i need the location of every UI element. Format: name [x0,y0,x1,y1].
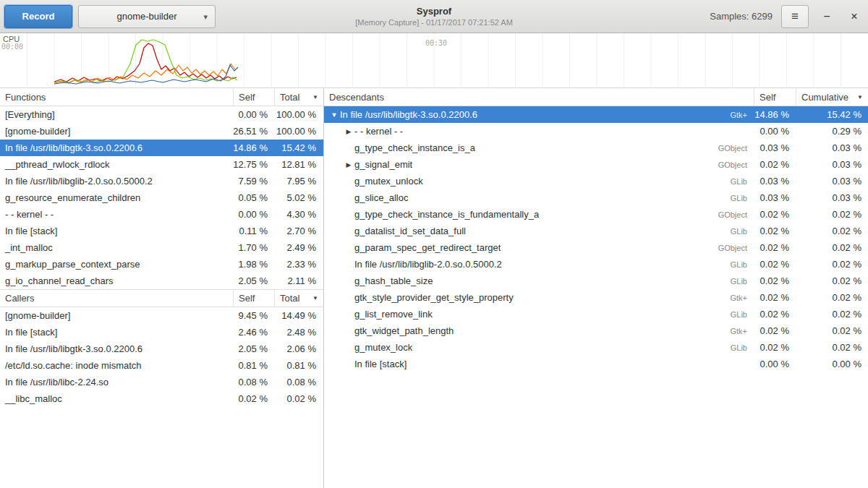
functions-self-column-header[interactable]: Self [233,88,274,106]
library-badge: GLib [731,194,754,202]
total-percent: 2.11 % [274,275,323,286]
descendant-row[interactable]: In file /usr/lib/libglib-2.0.so.0.5000.2… [324,256,868,273]
window-title: Sysprof [355,5,513,17]
title-area: Sysprof [Memory Capture] - 01/17/2017 07… [355,5,513,27]
descendant-row[interactable]: gtk_style_provider_get_style_property Gt… [324,289,868,306]
cumulative-percent: 0.03 % [796,159,868,170]
sort-descending-icon: ▼ [312,295,318,301]
descendant-name: g_list_remove_link [354,309,433,320]
descendant-name-cell: g_datalist_id_set_data_full GLib [324,226,754,236]
close-button[interactable]: × [845,6,864,27]
total-percent: 15.42 % [274,142,323,153]
descendant-row[interactable]: gtk_widget_path_length Gtk+ 0.02 % 0.02 … [324,322,868,339]
function-name: In file [stack] [0,327,233,338]
descendant-row[interactable]: g_datalist_id_set_data_full GLib 0.02 % … [324,223,868,239]
expander-icon[interactable]: ▼ [328,111,340,119]
time-label-start: 00:00 [1,43,23,51]
descendant-row[interactable]: g_list_remove_link GLib 0.02 % 0.02 % [324,306,868,322]
descendant-name-cell: In file /usr/lib/libglib-2.0.so.0.5000.2… [324,259,754,270]
table-row[interactable]: g_io_channel_read_chars 2.05 % 2.11 % [0,273,323,289]
total-percent: 7.95 % [274,176,323,187]
table-row[interactable]: In file [stack] 2.46 % 2.48 % [0,324,323,341]
descendant-row[interactable]: g_hash_table_size GLib 0.02 % 0.02 % [324,273,868,289]
descendant-name-cell: ▶ g_signal_emit GObject [324,159,754,170]
descendant-name-cell: ▼ In file /usr/lib/libgtk-3.so.0.2200.6 … [324,109,754,120]
cumulative-percent: 0.29 % [796,126,868,137]
descendant-name: In file /usr/lib/libgtk-3.so.0.2200.6 [340,109,477,120]
cumulative-percent: 0.02 % [796,325,868,336]
self-percent: 2.05 % [233,343,274,354]
table-row[interactable]: g_resource_enumerate_children 0.05 % 5.0… [0,189,323,206]
self-percent: 0.11 % [233,226,274,236]
self-percent: 26.51 % [233,126,274,137]
descendant-row[interactable]: ▶ g_signal_emit GObject 0.02 % 0.03 % [324,156,868,173]
total-percent: 5.02 % [274,192,323,203]
library-badge: GLib [731,310,754,319]
table-row[interactable]: [Everything] 0.00 % 100.00 % [0,106,323,123]
functions-table: [Everything] 0.00 % 100.00 % [gnome-buil… [0,106,323,289]
function-name: In file /usr/lib/libgtk-3.so.0.2200.6 [0,142,233,153]
descendant-row[interactable]: g_type_check_instance_is_a GObject 0.03 … [324,140,868,156]
descendant-row[interactable]: g_param_spec_get_redirect_target GObject… [324,239,868,256]
table-row[interactable]: __libc_malloc 0.02 % 0.02 % [0,390,323,407]
self-percent: 2.46 % [233,327,274,338]
functions-total-column-header[interactable]: Total ▼ [274,88,323,106]
table-row[interactable]: [gnome-builder] 26.51 % 100.00 % [0,123,323,140]
window-subtitle: [Memory Capture] - 01/17/2017 07:21:52 A… [355,17,513,27]
table-row[interactable]: __pthread_rwlock_rdlock 12.75 % 12.81 % [0,156,323,173]
descendant-row[interactable]: ▼ In file /usr/lib/libgtk-3.so.0.2200.6 … [324,106,868,123]
descendant-row[interactable]: g_type_check_instance_is_fundamentally_a… [324,206,868,223]
descendant-name: g_mutex_lock [354,342,412,353]
descendant-name: In file /usr/lib/libglib-2.0.so.0.5000.2 [354,259,502,270]
cumulative-percent: 0.02 % [796,226,868,236]
self-percent: 0.02 % [754,259,796,270]
callers-self-column-header[interactable]: Self [233,290,274,307]
descendants-cumulative-column-header[interactable]: Cumulative ▼ [796,88,868,106]
self-percent: 1.98 % [233,259,274,270]
expander-icon[interactable]: ▶ [343,161,354,168]
descendant-row[interactable]: g_mutex_unlock GLib 0.03 % 0.03 % [324,173,868,189]
table-row[interactable]: In file [stack] 0.11 % 2.70 % [0,223,323,239]
descendant-name-cell: g_type_check_instance_is_a GObject [324,142,754,153]
table-row[interactable]: In file /usr/lib/libgtk-3.so.0.2200.6 2.… [0,341,323,357]
minimize-button[interactable]: − [817,6,836,27]
descendant-row[interactable]: g_slice_alloc GLib 0.03 % 0.03 % [324,189,868,206]
cumulative-percent: 15.42 % [796,109,868,120]
callers-column-header[interactable]: Callers [0,290,233,307]
descendant-row[interactable]: g_mutex_lock GLib 0.02 % 0.02 % [324,339,868,356]
total-percent: 0.81 % [274,360,323,371]
table-row[interactable]: _int_malloc 1.70 % 2.49 % [0,239,323,256]
functions-column-header[interactable]: Functions [0,88,233,106]
self-percent: 14.86 % [754,109,796,120]
table-row[interactable]: /etc/ld.so.cache: inode mismatch 0.81 % … [0,357,323,374]
callers-total-column-header[interactable]: Total ▼ [274,290,323,307]
library-badge: GObject [718,210,754,219]
library-badge: GLib [731,277,754,286]
descendants-panel: Descendants Self Cumulative ▼ ▼ In file … [324,88,868,488]
record-button[interactable]: Record [4,5,72,28]
table-row[interactable]: In file /usr/lib/libglib-2.0.so.0.5000.2… [0,173,323,189]
self-percent: 0.02 % [754,275,796,286]
descendants-self-column-header[interactable]: Self [754,88,796,106]
expander-icon[interactable]: ▶ [343,128,354,135]
self-percent: 0.03 % [754,142,796,153]
descendant-name-cell: g_hash_table_size GLib [324,275,754,286]
menu-button[interactable]: ≡ [781,5,809,28]
descendants-column-header[interactable]: Descendants [324,88,754,106]
library-badge: GObject [718,244,754,252]
table-row[interactable]: [gnome-builder] 9.45 % 14.49 % [0,307,323,324]
descendant-row[interactable]: ▶ - - kernel - - 0.00 % 0.29 % [324,123,868,140]
menu-icon: ≡ [791,10,799,22]
table-row[interactable]: In file /usr/lib/libc-2.24.so 0.08 % 0.0… [0,374,323,390]
target-process-dropdown[interactable]: gnome-builder ▾ [78,5,216,28]
cpu-usage-graph[interactable]: CPU 00:00 00:30 [0,33,868,88]
descendant-row[interactable]: In file [stack] 0.00 % 0.00 % [324,356,868,372]
total-percent: 100.00 % [274,109,323,120]
table-row[interactable]: In file /usr/lib/libgtk-3.so.0.2200.6 14… [0,140,323,156]
time-label-mid: 00:30 [425,39,447,47]
function-name: [gnome-builder] [0,310,233,321]
descendant-name: gtk_widget_path_length [354,325,454,336]
function-name: In file /usr/lib/libglib-2.0.so.0.5000.2 [0,176,233,187]
table-row[interactable]: g_markup_parse_context_parse 1.98 % 2.33… [0,256,323,273]
table-row[interactable]: - - kernel - - 0.00 % 4.30 % [0,206,323,223]
